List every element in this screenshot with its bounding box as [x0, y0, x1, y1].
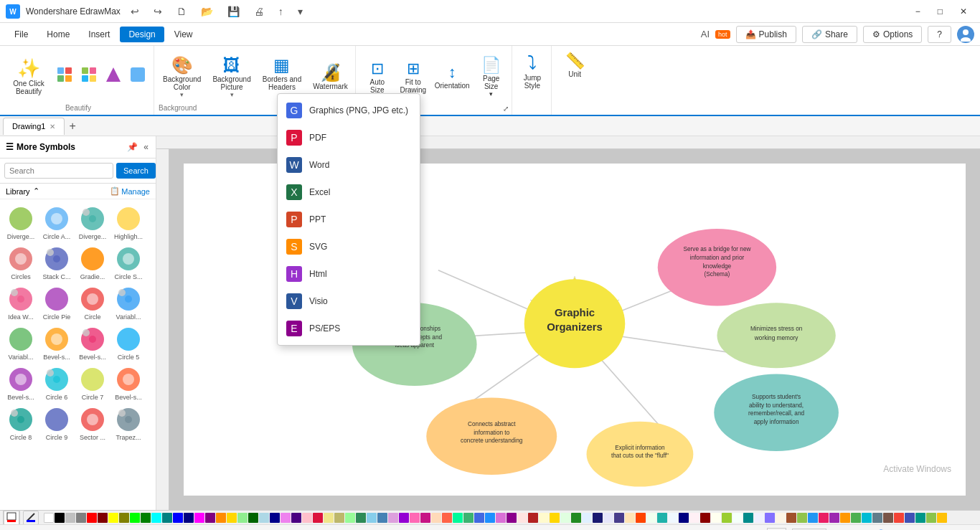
color-swatch[interactable]: [291, 513, 301, 523]
fill-color-button[interactable]: [3, 510, 20, 524]
page-size-button[interactable]: 📄 PageSize ▾: [474, 53, 509, 100]
menu-design[interactable]: Design: [120, 27, 164, 42]
color-swatch[interactable]: [840, 513, 850, 523]
beautify-sub4[interactable]: [126, 63, 149, 90]
color-swatch[interactable]: [313, 513, 323, 523]
color-swatch[interactable]: [227, 513, 237, 523]
color-swatch[interactable]: [819, 513, 829, 523]
redo-button[interactable]: ↪: [149, 4, 166, 19]
export-option-ppt[interactable]: PPPT: [278, 206, 420, 233]
beautify-sub2[interactable]: [77, 63, 100, 90]
menu-view[interactable]: View: [166, 27, 202, 42]
color-swatch[interactable]: [926, 513, 936, 523]
user-avatar[interactable]: [957, 26, 974, 43]
color-swatch[interactable]: [270, 513, 280, 523]
symbol-item[interactable]: Circle 7: [75, 363, 110, 403]
symbol-item[interactable]: Circle 5: [110, 323, 146, 363]
color-swatch[interactable]: [356, 513, 366, 523]
export-option-graphics--png--jpg-etc--[interactable]: GGraphics (PNG, JPG etc.): [278, 97, 420, 124]
fit-to-drawing-button[interactable]: ⊞ Fit toDrawing: [396, 57, 430, 97]
symbol-item[interactable]: Circle S...: [110, 242, 146, 283]
symbol-item[interactable]: Trapez...: [110, 403, 146, 443]
beautify-sub3[interactable]: [102, 63, 125, 90]
symbol-item[interactable]: Bevel-s...: [3, 363, 39, 403]
color-swatch[interactable]: [560, 513, 570, 523]
color-swatch[interactable]: [539, 513, 549, 523]
background-color-button[interactable]: 🎨 BackgroundColor ▾: [159, 52, 205, 101]
menu-home[interactable]: Home: [38, 27, 78, 42]
color-swatch[interactable]: [496, 513, 506, 523]
symbol-item[interactable]: Diverge...: [75, 202, 110, 242]
symbol-item[interactable]: Circle 9: [39, 403, 75, 443]
color-swatch[interactable]: [754, 513, 764, 523]
color-swatch[interactable]: [829, 513, 839, 523]
color-swatch[interactable]: [797, 513, 807, 523]
color-swatch[interactable]: [937, 513, 947, 523]
color-swatch[interactable]: [259, 513, 269, 523]
color-swatch[interactable]: [593, 513, 603, 523]
color-swatch[interactable]: [894, 513, 904, 523]
background-picture-button[interactable]: 🖼 BackgroundPicture ▾: [208, 52, 255, 101]
share-button[interactable]: 🔗 Share: [802, 26, 857, 43]
color-swatch[interactable]: [905, 513, 915, 523]
color-swatch[interactable]: [711, 513, 721, 523]
color-swatch[interactable]: [517, 513, 527, 523]
color-swatch[interactable]: [194, 513, 204, 523]
close-button[interactable]: ✕: [953, 4, 974, 19]
color-swatch[interactable]: [87, 513, 97, 523]
sidebar-collapse-button[interactable]: «: [142, 141, 150, 153]
color-swatch[interactable]: [700, 513, 710, 523]
color-swatch[interactable]: [334, 513, 344, 523]
maximize-button[interactable]: □: [930, 4, 950, 19]
save-button[interactable]: 💾: [223, 4, 244, 19]
export-option-ps-eps[interactable]: EPS/EPS: [278, 315, 420, 342]
symbol-item[interactable]: Circle A...: [39, 202, 75, 242]
new-button[interactable]: 🗋: [172, 4, 191, 19]
color-swatch[interactable]: [442, 513, 452, 523]
color-swatch[interactable]: [410, 513, 420, 523]
color-swatch[interactable]: [367, 513, 377, 523]
color-swatch[interactable]: [98, 513, 108, 523]
page-setup-expand[interactable]: ⤢: [503, 105, 509, 113]
symbol-item[interactable]: Bevel-s...: [39, 323, 75, 363]
color-swatch[interactable]: [44, 513, 54, 523]
undo-button[interactable]: ↩: [126, 4, 143, 19]
color-swatch[interactable]: [743, 513, 753, 523]
color-swatch[interactable]: [776, 513, 786, 523]
color-swatch[interactable]: [668, 513, 678, 523]
color-swatch[interactable]: [689, 513, 699, 523]
color-swatch[interactable]: [765, 513, 775, 523]
color-swatch[interactable]: [474, 513, 484, 523]
symbol-item[interactable]: Variabl...: [110, 283, 146, 323]
line-color-button[interactable]: [23, 511, 39, 525]
color-swatch[interactable]: [614, 513, 624, 523]
one-click-beautify-button[interactable]: ✨ One ClickBeautify: [7, 55, 50, 98]
symbol-item[interactable]: Bevel-s...: [110, 363, 146, 403]
minimize-button[interactable]: −: [908, 4, 928, 19]
color-swatch[interactable]: [151, 513, 161, 523]
print-button[interactable]: 🖨: [250, 4, 268, 19]
bg-color-dropdown[interactable]: ▾: [180, 91, 184, 98]
color-swatch[interactable]: [119, 513, 129, 523]
color-swatch[interactable]: [237, 513, 248, 523]
export-option-svg[interactable]: SSVG: [278, 233, 420, 260]
color-swatch[interactable]: [141, 513, 151, 523]
symbol-item[interactable]: Diverge...: [3, 202, 39, 242]
add-tab-button[interactable]: +: [66, 120, 78, 133]
color-swatch[interactable]: [184, 513, 194, 523]
color-swatch[interactable]: [851, 513, 861, 523]
color-swatch[interactable]: [862, 513, 872, 523]
color-swatch[interactable]: [453, 513, 463, 523]
color-swatch[interactable]: [872, 513, 882, 523]
color-swatch[interactable]: [915, 513, 925, 523]
search-input[interactable]: [4, 163, 113, 179]
export-option-pdf[interactable]: PPDF: [278, 124, 420, 151]
color-swatch[interactable]: [248, 513, 258, 523]
jump-style-button[interactable]: ⤵ JumpStyle: [518, 49, 547, 93]
symbol-item[interactable]: Circles: [3, 242, 39, 283]
color-swatch[interactable]: [646, 513, 656, 523]
symbol-item[interactable]: Idea W...: [3, 283, 39, 323]
color-swatch[interactable]: [507, 513, 517, 523]
tab-close-button[interactable]: ✕: [50, 123, 55, 131]
export-option-visio[interactable]: VVisio: [278, 288, 420, 315]
